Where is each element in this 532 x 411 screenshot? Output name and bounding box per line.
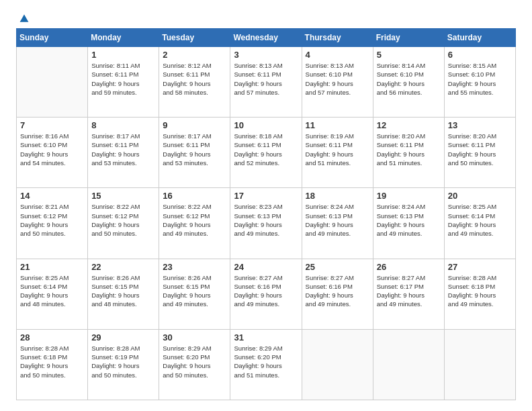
- day-info: Sunrise: 8:17 AMSunset: 6:11 PMDaylight:…: [163, 132, 226, 167]
- day-info: Sunrise: 8:20 AMSunset: 6:11 PMDaylight:…: [448, 132, 512, 167]
- day-number: 6: [448, 50, 512, 60]
- day-info: Sunrise: 8:29 AMSunset: 6:20 PMDaylight:…: [234, 344, 298, 379]
- calendar-day-cell: [302, 329, 373, 400]
- day-info: Sunrise: 8:26 AMSunset: 6:15 PMDaylight:…: [163, 273, 226, 309]
- day-info: Sunrise: 8:22 AMSunset: 6:12 PMDaylight:…: [91, 202, 155, 238]
- calendar-day-header: Saturday: [444, 29, 515, 47]
- day-info: Sunrise: 8:19 AMSunset: 6:11 PMDaylight:…: [306, 132, 369, 167]
- page: SundayMondayTuesdayWednesdayThursdayFrid…: [0, 0, 532, 411]
- day-info: Sunrise: 8:18 AMSunset: 6:11 PMDaylight:…: [234, 132, 298, 167]
- day-info: Sunrise: 8:27 AMSunset: 6:17 PMDaylight:…: [377, 273, 441, 309]
- calendar-day-header: Sunday: [17, 29, 88, 47]
- calendar-day-header: Wednesday: [230, 29, 302, 47]
- calendar-day-cell: [17, 47, 88, 118]
- header: [16, 13, 516, 21]
- calendar-day-cell: 8Sunrise: 8:17 AMSunset: 6:11 PMDaylight…: [88, 118, 159, 188]
- day-info: Sunrise: 8:11 AMSunset: 6:11 PMDaylight:…: [91, 61, 155, 97]
- day-number: 17: [234, 191, 298, 201]
- calendar-header-row: SundayMondayTuesdayWednesdayThursdayFrid…: [17, 29, 516, 47]
- calendar-day-cell: 7Sunrise: 8:16 AMSunset: 6:10 PMDaylight…: [17, 118, 88, 188]
- day-info: Sunrise: 8:28 AMSunset: 6:18 PMDaylight:…: [448, 273, 512, 309]
- day-number: 29: [91, 332, 155, 342]
- day-number: 21: [20, 262, 84, 272]
- day-info: Sunrise: 8:24 AMSunset: 6:13 PMDaylight:…: [377, 202, 441, 238]
- calendar-day-cell: 20Sunrise: 8:25 AMSunset: 6:14 PMDayligh…: [444, 188, 515, 259]
- calendar-week-row: 1Sunrise: 8:11 AMSunset: 6:11 PMDaylight…: [17, 47, 516, 118]
- day-number: 11: [306, 120, 369, 130]
- day-number: 22: [91, 262, 155, 272]
- day-number: 26: [377, 262, 441, 272]
- day-info: Sunrise: 8:28 AMSunset: 6:19 PMDaylight:…: [91, 344, 155, 379]
- calendar-day-cell: 26Sunrise: 8:27 AMSunset: 6:17 PMDayligh…: [373, 259, 444, 329]
- calendar-day-cell: 9Sunrise: 8:17 AMSunset: 6:11 PMDaylight…: [159, 118, 230, 188]
- calendar-day-cell: 10Sunrise: 8:18 AMSunset: 6:11 PMDayligh…: [230, 118, 302, 188]
- calendar-day-header: Thursday: [302, 29, 373, 47]
- day-number: 10: [234, 120, 298, 130]
- calendar-day-cell: 23Sunrise: 8:26 AMSunset: 6:15 PMDayligh…: [159, 259, 230, 329]
- calendar-day-cell: 17Sunrise: 8:23 AMSunset: 6:13 PMDayligh…: [230, 188, 302, 259]
- calendar-day-cell: 1Sunrise: 8:11 AMSunset: 6:11 PMDaylight…: [88, 47, 159, 118]
- day-info: Sunrise: 8:26 AMSunset: 6:15 PMDaylight:…: [91, 273, 155, 309]
- calendar-day-cell: 4Sunrise: 8:13 AMSunset: 6:10 PMDaylight…: [302, 47, 373, 118]
- day-number: 5: [377, 50, 441, 60]
- calendar-day-cell: 30Sunrise: 8:29 AMSunset: 6:20 PMDayligh…: [159, 329, 230, 400]
- logo-icon: [19, 13, 30, 24]
- day-info: Sunrise: 8:20 AMSunset: 6:11 PMDaylight:…: [377, 132, 441, 167]
- day-info: Sunrise: 8:28 AMSunset: 6:18 PMDaylight:…: [20, 344, 84, 379]
- calendar-day-cell: 21Sunrise: 8:25 AMSunset: 6:14 PMDayligh…: [17, 259, 88, 329]
- day-number: 18: [306, 191, 369, 201]
- day-number: 2: [163, 50, 226, 60]
- day-number: 1: [91, 50, 155, 60]
- logo: [16, 13, 30, 21]
- calendar-day-cell: 29Sunrise: 8:28 AMSunset: 6:19 PMDayligh…: [88, 329, 159, 400]
- day-number: 23: [163, 262, 226, 272]
- calendar-day-cell: 6Sunrise: 8:15 AMSunset: 6:10 PMDaylight…: [444, 47, 515, 118]
- calendar-day-cell: 2Sunrise: 8:12 AMSunset: 6:11 PMDaylight…: [159, 47, 230, 118]
- calendar-day-header: Tuesday: [159, 29, 230, 47]
- day-number: 3: [234, 50, 298, 60]
- calendar-day-header: Friday: [373, 29, 444, 47]
- day-info: Sunrise: 8:14 AMSunset: 6:10 PMDaylight:…: [377, 61, 441, 97]
- calendar-day-cell: 24Sunrise: 8:27 AMSunset: 6:16 PMDayligh…: [230, 259, 302, 329]
- calendar-day-cell: [373, 329, 444, 400]
- day-info: Sunrise: 8:27 AMSunset: 6:16 PMDaylight:…: [306, 273, 369, 309]
- day-info: Sunrise: 8:12 AMSunset: 6:11 PMDaylight:…: [163, 61, 226, 97]
- day-number: 4: [306, 50, 369, 60]
- svg-marker-0: [20, 15, 29, 22]
- calendar-day-cell: 31Sunrise: 8:29 AMSunset: 6:20 PMDayligh…: [230, 329, 302, 400]
- calendar-day-cell: 22Sunrise: 8:26 AMSunset: 6:15 PMDayligh…: [88, 259, 159, 329]
- calendar-day-cell: 11Sunrise: 8:19 AMSunset: 6:11 PMDayligh…: [302, 118, 373, 188]
- day-info: Sunrise: 8:25 AMSunset: 6:14 PMDaylight:…: [20, 273, 84, 309]
- calendar-day-cell: 15Sunrise: 8:22 AMSunset: 6:12 PMDayligh…: [88, 188, 159, 259]
- day-info: Sunrise: 8:16 AMSunset: 6:10 PMDaylight:…: [20, 132, 84, 167]
- calendar-day-cell: 25Sunrise: 8:27 AMSunset: 6:16 PMDayligh…: [302, 259, 373, 329]
- calendar-day-cell: 14Sunrise: 8:21 AMSunset: 6:12 PMDayligh…: [17, 188, 88, 259]
- calendar-day-header: Monday: [88, 29, 159, 47]
- day-info: Sunrise: 8:29 AMSunset: 6:20 PMDaylight:…: [163, 344, 226, 379]
- calendar-day-cell: 12Sunrise: 8:20 AMSunset: 6:11 PMDayligh…: [373, 118, 444, 188]
- day-number: 27: [448, 262, 512, 272]
- day-info: Sunrise: 8:24 AMSunset: 6:13 PMDaylight:…: [306, 202, 369, 238]
- day-info: Sunrise: 8:27 AMSunset: 6:16 PMDaylight:…: [234, 273, 298, 309]
- calendar-week-row: 21Sunrise: 8:25 AMSunset: 6:14 PMDayligh…: [17, 259, 516, 329]
- day-number: 30: [163, 332, 226, 342]
- day-info: Sunrise: 8:13 AMSunset: 6:10 PMDaylight:…: [306, 61, 369, 97]
- calendar-day-cell: 5Sunrise: 8:14 AMSunset: 6:10 PMDaylight…: [373, 47, 444, 118]
- day-number: 9: [163, 120, 226, 130]
- calendar-table: SundayMondayTuesdayWednesdayThursdayFrid…: [16, 28, 516, 400]
- calendar-day-cell: 19Sunrise: 8:24 AMSunset: 6:13 PMDayligh…: [373, 188, 444, 259]
- calendar-day-cell: 16Sunrise: 8:22 AMSunset: 6:12 PMDayligh…: [159, 188, 230, 259]
- day-number: 8: [91, 120, 155, 130]
- calendar-day-cell: [444, 329, 515, 400]
- day-number: 25: [306, 262, 369, 272]
- calendar-day-cell: 18Sunrise: 8:24 AMSunset: 6:13 PMDayligh…: [302, 188, 373, 259]
- day-number: 7: [20, 120, 84, 130]
- day-info: Sunrise: 8:23 AMSunset: 6:13 PMDaylight:…: [234, 202, 298, 238]
- day-number: 24: [234, 262, 298, 272]
- day-number: 14: [20, 191, 84, 201]
- day-number: 19: [377, 191, 441, 201]
- day-info: Sunrise: 8:22 AMSunset: 6:12 PMDaylight:…: [163, 202, 226, 238]
- calendar-week-row: 14Sunrise: 8:21 AMSunset: 6:12 PMDayligh…: [17, 188, 516, 259]
- day-number: 28: [20, 332, 84, 342]
- day-info: Sunrise: 8:21 AMSunset: 6:12 PMDaylight:…: [20, 202, 84, 238]
